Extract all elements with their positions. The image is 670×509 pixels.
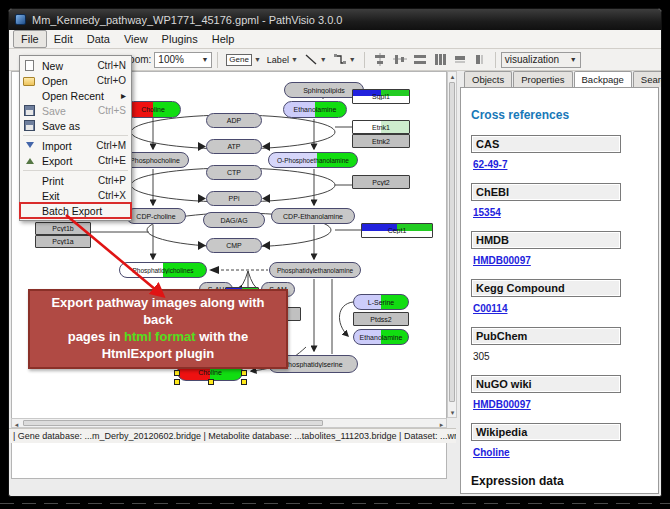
node-o-phosphoethanolamine[interactable]: O-Phosphoethanolamine [268, 152, 358, 168]
node-ctp[interactable]: CTP [206, 165, 262, 180]
node-phosphatidylethanolamine[interactable]: Phosphatidylethanolamine [269, 262, 361, 278]
menu-item-label: Import [42, 140, 96, 152]
node-pcyt1b[interactable]: Pcyt1b [35, 222, 91, 235]
node-cept1[interactable]: Cept1 [361, 223, 433, 238]
xref-link[interactable]: Choline [473, 447, 510, 458]
file-menu-item-open-recent[interactable]: Open Recent▸ [20, 88, 131, 103]
menu-edit[interactable]: Edit [47, 31, 80, 47]
xref-link[interactable]: HMDB00097 [473, 399, 531, 410]
visualization-combobox[interactable]: visualization▼ [501, 52, 581, 68]
file-menu-item-export[interactable]: ExportCtrl+E [20, 153, 131, 168]
node-dag[interactable]: DAG/AG [203, 212, 265, 228]
add-label-button[interactable]: Label▼ [264, 54, 301, 66]
xref-section-hmdb: HMDBHMDB00097 [471, 231, 648, 266]
screenshot-stage: Mm_Kennedy_pathway_WP1771_45176.gpml - P… [0, 0, 670, 509]
menu-shortcut: Ctrl+E [98, 155, 126, 166]
toolbar-separator [495, 52, 496, 68]
node-choline-top[interactable]: Choline [125, 101, 181, 118]
align-middle-icon [393, 53, 407, 66]
node-ptdss2[interactable]: Ptdss2 [353, 312, 409, 326]
selection-handle[interactable] [174, 370, 180, 376]
menu-item-label: Open [42, 75, 97, 87]
menu-item-label: Exit [42, 190, 98, 202]
tab-properties[interactable]: Properties [513, 71, 572, 87]
file-menu-item-new[interactable]: NewCtrl+N [20, 58, 131, 73]
xref-section-wikipedia: WikipediaCholine [471, 423, 648, 458]
node-ppi[interactable]: PPi [206, 191, 262, 206]
xref-link[interactable]: 15354 [473, 207, 501, 218]
menu-file[interactable]: File [13, 30, 47, 48]
distribute-horizontal-button[interactable] [410, 52, 430, 67]
connector-tool-button[interactable]: ▼ [330, 52, 359, 67]
node-etnk2[interactable]: Etnk2 [352, 134, 410, 148]
file-menu-item-batch-export[interactable]: Batch Export [20, 203, 131, 218]
chevron-down-icon: ▼ [254, 56, 261, 63]
node-label: Phosphatidylserine [281, 361, 344, 368]
scroll-down-icon[interactable]: ▾ [448, 408, 457, 417]
node-label: L-Serine [366, 299, 396, 306]
menu-item-label: Open Recent [42, 90, 121, 102]
zoom-combobox[interactable]: 100%▼ [154, 52, 212, 68]
menu-data[interactable]: Data [80, 31, 117, 47]
line-tool-button[interactable]: ▼ [301, 52, 330, 67]
xref-section-kegg-compound: Kegg CompoundC00114 [471, 279, 648, 314]
node-atp[interactable]: ATP [206, 139, 262, 154]
menu-shortcut: Ctrl+P [98, 175, 126, 186]
file-menu-item-save-as[interactable]: Save as [20, 118, 131, 133]
node-label: Etnk1 [370, 124, 392, 131]
menu-item-label: Save as [42, 120, 126, 132]
menu-plugins[interactable]: Plugins [155, 31, 205, 47]
menu-item-label: Save [42, 105, 98, 117]
vertical-scrollbar[interactable]: ▴ ▾ [447, 71, 457, 418]
tab-backpage[interactable]: Backpage [574, 71, 632, 87]
distribute-vertical-button[interactable] [430, 52, 450, 67]
file-menu-item-import[interactable]: ImportCtrl+M [20, 138, 131, 153]
selection-handle[interactable] [208, 379, 214, 385]
xref-link[interactable]: HMDB00097 [473, 255, 531, 266]
menu-help[interactable]: Help [205, 31, 242, 47]
chevron-down-icon: ▼ [564, 56, 577, 63]
align-middle-button[interactable] [390, 52, 410, 67]
selection-handle[interactable] [174, 379, 180, 385]
node-ethanolamine-bottom[interactable]: Ethanolamine [353, 329, 409, 345]
tab-search[interactable]: Search [633, 71, 662, 87]
node-cdp-choline[interactable]: CDP-choline [126, 208, 186, 224]
node-label: Phosphatidylcholines [130, 267, 195, 274]
expression-data-heading: Expression data [471, 474, 648, 488]
menu-view[interactable]: View [117, 31, 155, 47]
node-ethanolamine-top[interactable]: Ethanolamine [283, 101, 347, 118]
add-gene-button[interactable]: Gene▼ [223, 53, 264, 67]
node-etnk1[interactable]: Etnk1 [352, 120, 410, 134]
node-adp[interactable]: ADP [206, 113, 262, 128]
menu-shortcut: Ctrl+M [96, 140, 126, 151]
node-pcyt2[interactable]: Pcyt2 [352, 175, 410, 189]
common-height-button[interactable] [470, 52, 490, 67]
selection-handle[interactable] [241, 370, 247, 376]
node-sgpl1[interactable]: Sgpl1 [352, 89, 410, 104]
node-l-serine[interactable]: L-Serine [353, 294, 409, 310]
connector-icon [333, 53, 347, 66]
common-width-button[interactable] [450, 52, 470, 67]
file-menu-item-print[interactable]: PrintCtrl+P [20, 173, 131, 188]
node-label: CTP [225, 169, 243, 176]
file-menu-item-save[interactable]: SaveCtrl+S [20, 103, 131, 118]
node-cdp-ethanolamine[interactable]: CDP-Ethanolamine [271, 208, 355, 224]
node-phosphatidylcholines[interactable]: Phosphatidylcholines [119, 262, 207, 278]
file-menu: NewCtrl+NOpenCtrl+OOpen Recent▸SaveCtrl+… [19, 55, 132, 221]
title-bar[interactable]: Mm_Kennedy_pathway_WP1771_45176.gpml - P… [9, 9, 661, 30]
node-cmp[interactable]: CMP [206, 238, 262, 253]
selection-handle[interactable] [241, 379, 247, 385]
file-menu-item-exit[interactable]: ExitCtrl+X [20, 188, 131, 203]
align-center-button[interactable] [370, 52, 390, 67]
menu-separator [23, 135, 128, 136]
xref-source-name: CAS [471, 135, 621, 153]
scroll-up-icon[interactable]: ▴ [448, 72, 457, 81]
horizontal-scrollbar[interactable]: ◂ ▸ [11, 418, 447, 428]
xref-link[interactable]: 62-49-7 [473, 159, 507, 170]
sidebar-tabs: ObjectsPropertiesBackpageSearchLegend [464, 71, 661, 87]
xref-link[interactable]: C00114 [473, 303, 507, 314]
tab-objects[interactable]: Objects [464, 71, 512, 87]
node-pcyt1a[interactable]: Pcyt1a [35, 235, 91, 248]
pathvisio-window: Mm_Kennedy_pathway_WP1771_45176.gpml - P… [8, 8, 662, 497]
file-menu-item-open[interactable]: OpenCtrl+O [20, 73, 131, 88]
